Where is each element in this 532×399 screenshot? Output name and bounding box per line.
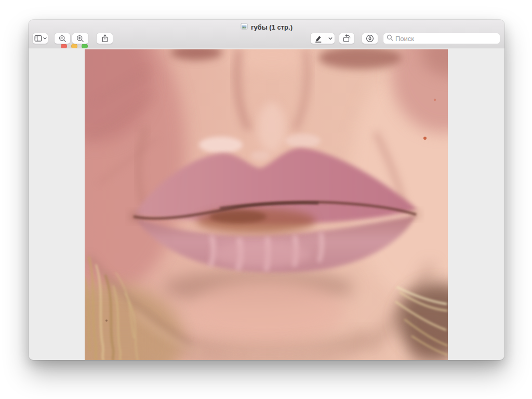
chevron-down-icon[interactable]: [326, 37, 335, 41]
zoom-in-icon: [76, 35, 84, 43]
titlebar: губы (1 стр.): [132, 22, 401, 32]
search-input[interactable]: [395, 35, 497, 43]
markup-pen-button[interactable]: [310, 33, 335, 44]
marker-icon: [311, 34, 326, 43]
photo-lips: [85, 49, 448, 360]
rotate-left-icon: [342, 34, 351, 43]
search-icon: [387, 34, 393, 43]
search-field[interactable]: [383, 33, 500, 44]
pen-in-circle-icon: [366, 34, 374, 43]
share-icon: [101, 34, 109, 43]
show-markup-toolbar-button[interactable]: [362, 33, 378, 44]
zoom-in-button[interactable]: [72, 33, 89, 44]
toolbar: [29, 33, 504, 45]
chevron-down-icon: [43, 37, 47, 40]
rotate-left-button[interactable]: [339, 33, 355, 44]
preview-window: губы (1 стр.): [29, 20, 504, 360]
window-header: губы (1 стр.): [29, 20, 504, 48]
zoom-out-icon: [59, 35, 66, 43]
zoom-out-button[interactable]: [54, 33, 71, 44]
toolbar-left-group: [32, 33, 113, 44]
document-content-area: [29, 48, 504, 360]
window-title: губы (1 стр.): [251, 23, 292, 31]
share-button[interactable]: [96, 33, 113, 44]
sidebar-icon: [34, 35, 42, 42]
image-document-icon: [241, 22, 248, 32]
toolbar-right-group: [310, 33, 500, 44]
sidebar-button[interactable]: [32, 33, 48, 44]
